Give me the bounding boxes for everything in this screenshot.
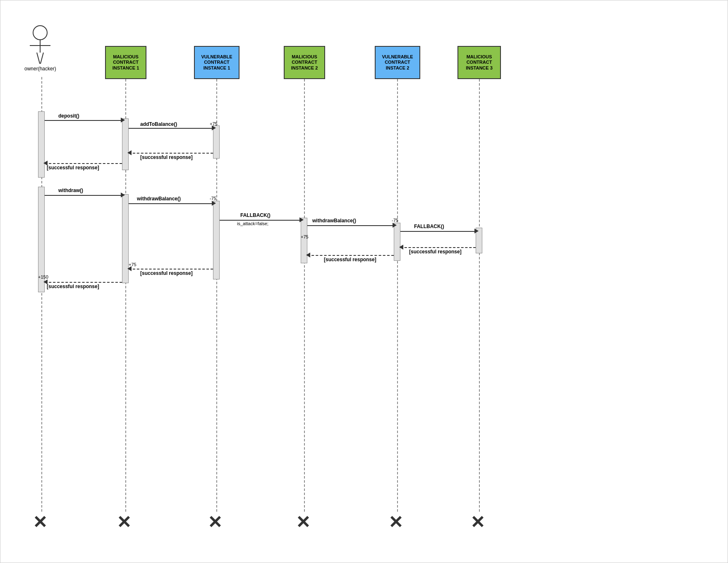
lifeline-malicious3 xyxy=(479,79,480,512)
arrowhead-fallback-1 xyxy=(299,217,304,222)
arrow-deposit xyxy=(45,120,122,121)
terminator-malicious3: ✕ xyxy=(470,514,485,531)
arrowhead-withdraw xyxy=(121,192,125,197)
return-arrow-deposit-1 xyxy=(129,153,213,154)
terminator-vulnerable1: ✕ xyxy=(208,514,222,531)
return-arrow-deposit-2 xyxy=(45,163,122,164)
actor-vulnerable2-label: VULNERABLECONTRACTINSTACE 2 xyxy=(382,54,413,71)
actor-head xyxy=(33,25,48,40)
arrowhead-withdraw-balance-2 xyxy=(393,223,397,228)
value-plus150: +150 xyxy=(38,274,48,279)
label-return-vuln2-mal2: [successful response] xyxy=(324,257,376,262)
arrow-withdraw-balance-2 xyxy=(307,225,394,226)
return-arrow-vuln2-mal2 xyxy=(307,255,394,256)
actor-vulnerable1-label: VULNERABLECONTRACTINSTANCE 1 xyxy=(201,54,232,71)
label-return-deposit-2: [successful response] xyxy=(47,165,99,171)
actor-malicious1-label: MALICIOUSCONTRACTINSTANCE 1 xyxy=(113,54,139,71)
actor-malicious3-label: MALICIOUSCONTRACTINSTANCE 3 xyxy=(466,54,493,71)
label-withdraw-balance-2: withdrawBalance() xyxy=(312,218,356,224)
actor-vulnerable2: VULNERABLECONTRACTINSTACE 2 xyxy=(375,46,420,79)
actor-malicious1: MALICIOUSCONTRACTINSTANCE 1 xyxy=(105,46,146,79)
actor-owner-label: owner(hacker) xyxy=(24,66,56,72)
actor-body xyxy=(24,40,56,65)
terminator-owner: ✕ xyxy=(33,514,47,531)
terminator-vulnerable2: ✕ xyxy=(388,514,403,531)
label-is-attack: is_attack=false; xyxy=(237,221,268,226)
arrowhead-return-vuln2-mal2 xyxy=(306,253,310,257)
value-plus75-1: +75 xyxy=(210,121,218,126)
arrow-withdraw-balance xyxy=(129,203,213,204)
label-fallback-2: FALLBACK() xyxy=(414,224,444,229)
actor-malicious3: MALICIOUSCONTRACTINSTANCE 3 xyxy=(457,46,501,79)
label-withdraw: withdraw() xyxy=(58,188,83,193)
arrowhead-return-fallback-2 xyxy=(399,245,403,250)
actor-malicious2: MALICIOUSCONTRACTINSTANCE 2 xyxy=(284,46,325,79)
lifeline-vulnerable2 xyxy=(397,79,398,512)
label-return-vuln1-mal1: [successful response] xyxy=(140,270,193,276)
value-minus75-1: -75 xyxy=(210,196,216,201)
arrow-withdraw xyxy=(45,195,122,196)
return-arrow-vuln1-mal1 xyxy=(129,269,213,269)
sequence-diagram: owner(hacker) MALICIOUSCONTRACTINSTANCE … xyxy=(0,0,728,563)
label-add-to-balance: addToBalance() xyxy=(140,121,177,127)
actor-vulnerable1: VULNERABLECONTRACTINSTANCE 1 xyxy=(194,46,239,79)
terminator-malicious2: ✕ xyxy=(296,514,310,531)
actor-malicious2-label: MALICIOUSCONTRACTINSTANCE 2 xyxy=(291,54,318,71)
return-arrow-mal1-owner xyxy=(45,282,122,283)
label-fallback-1: FALLBACK() xyxy=(240,212,271,218)
arrow-fallback-1 xyxy=(220,220,301,221)
label-return-fallback-2: [successful response] xyxy=(409,249,462,255)
activation-vulnerable1-2 xyxy=(213,201,220,279)
arrow-fallback-2 xyxy=(400,231,476,232)
label-withdraw-balance: withdrawBalance() xyxy=(137,196,181,202)
value-plus75-3: +75 xyxy=(129,262,136,267)
arrowhead-return-deposit-1 xyxy=(127,150,132,155)
arrowhead-withdraw-balance xyxy=(212,201,216,206)
return-arrow-fallback-2 xyxy=(400,247,476,248)
label-return-mal1-owner: [successful response] xyxy=(47,284,99,289)
activation-vulnerable1-1 xyxy=(213,125,220,159)
label-return-deposit-1: [successful response] xyxy=(140,154,193,160)
arrowhead-fallback-2 xyxy=(474,229,479,233)
activation-malicious1-1 xyxy=(122,118,129,170)
lifeline-malicious2 xyxy=(304,79,305,512)
value-plus75-2: +75 xyxy=(301,234,309,239)
label-deposit: deposit() xyxy=(58,113,79,119)
actor-owner: owner(hacker) xyxy=(24,25,56,72)
arrow-add-to-balance xyxy=(129,128,213,129)
value-minus75-2: -75 xyxy=(392,218,398,223)
activation-vulnerable2-1 xyxy=(394,223,400,261)
arrowhead-deposit xyxy=(121,118,125,123)
activation-owner-1 xyxy=(38,111,45,178)
terminator-malicious1: ✕ xyxy=(117,514,131,531)
